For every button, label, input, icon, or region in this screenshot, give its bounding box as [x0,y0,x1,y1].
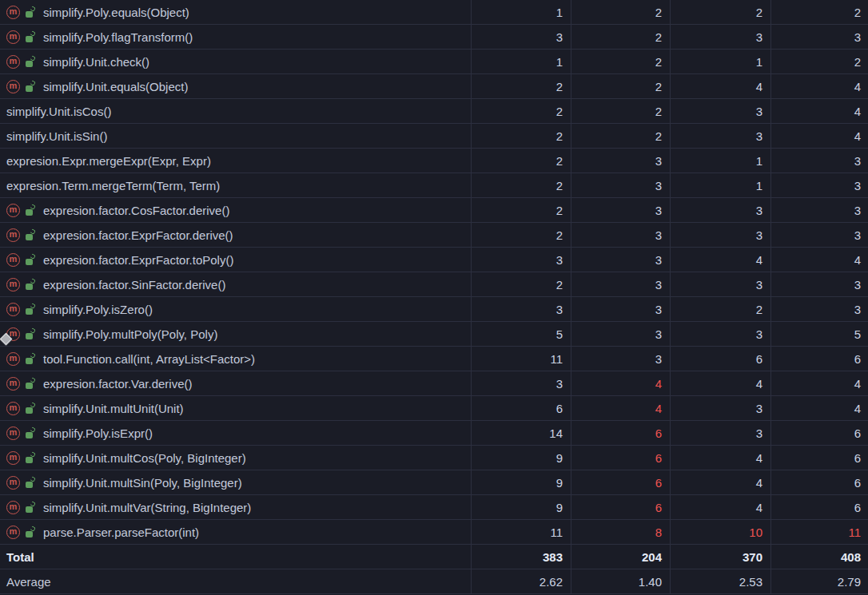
unlocked-padlock-icon [26,477,35,488]
table-row[interactable]: m simplify.Poly.isExpr() 14 6 3 6 [0,421,868,446]
table-row[interactable]: m expresion.factor.CosFactor.derive() 2 … [0,198,868,223]
method-name-cell: m simplify.Poly.isZero() [0,297,471,321]
value-cell: 2 [571,50,670,73]
value-cell: 2.53 [670,569,770,593]
method-name-cell: m expresion.factor.Var.derive() [0,371,471,395]
method-icon: m [6,80,20,93]
value-cell: 3 [770,173,868,197]
table-row[interactable]: m simplify.Poly.multPoly(Poly, Poly) 5 3… [0,322,868,347]
method-name-cell: m simplify.Unit.multVar(String, BigInteg… [0,495,471,519]
value-cell: 3 [770,297,868,321]
value-cell: 370 [670,545,770,569]
value-cell: 3 [571,248,670,272]
method-name: expresion.factor.Var.derive() [43,377,192,391]
table-row[interactable]: m simplify.Unit.multVar(String, BigInteg… [0,495,868,520]
value-cell: 3 [571,173,670,197]
row-icons: m [6,402,35,415]
value-cell: 4 [770,124,868,148]
value-cell: 383 [471,545,571,569]
average-row[interactable]: Average 2.62 1.40 2.53 2.79 [0,569,868,594]
method-name: simplify.Unit.isSin() [6,129,107,143]
value-cell: 3 [770,223,868,247]
unlocked-padlock-icon [26,229,35,240]
method-name: simplify.Unit.multUnit(Unit) [43,402,184,415]
unlocked-padlock-icon [26,452,35,463]
unlocked-padlock-icon [26,403,35,414]
value-cell: 3 [571,223,670,247]
value-cell: 3 [770,149,868,173]
value-cell: 3 [670,223,770,247]
method-name-cell: m parse.Parser.parseFactor(int) [0,520,471,544]
table-row[interactable]: m parse.Parser.parseFactor(int) 11 8 10 … [0,520,868,545]
value-cell: 6 [571,421,670,445]
value-cell: 1 [670,173,770,197]
table-row[interactable]: m simplify.Poly.equals(Object) 1 2 2 2 [0,0,868,25]
method-name: parse.Parser.parseFactor(int) [43,526,199,539]
table-row[interactable]: m simplify.Unit.check() 1 2 1 2 [0,50,868,74]
value-cell: 2 [471,74,571,98]
table-row[interactable]: m simplify.Poly.isZero() 3 3 2 3 [0,297,868,322]
table-row[interactable]: m simplify.Unit.multUnit(Unit) 6 4 3 4 [0,396,868,421]
table-row[interactable]: m tool.Function.call(int, ArrayList<Fact… [0,347,868,371]
table-row[interactable]: expresion.Term.mergeTerm(Term, Term) 2 3… [0,173,868,198]
unlocked-padlock-icon [26,31,35,42]
method-icon: m [6,526,20,539]
value-cell: 2 [571,74,670,98]
table-row[interactable]: m expresion.factor.Var.derive() 3 4 4 4 [0,371,868,396]
value-cell: 9 [471,470,571,494]
row-icons: m [6,303,35,316]
method-name: simplify.Poly.equals(Object) [43,6,189,19]
value-cell: 3 [770,25,868,49]
table-row[interactable]: m expresion.factor.SinFactor.derive() 2 … [0,272,868,297]
method-name: simplify.Poly.flagTransform() [43,30,193,44]
value-cell: 4 [770,396,868,420]
unlocked-padlock-icon [26,526,35,537]
value-cell: 3 [670,99,770,123]
value-cell: 408 [770,545,868,569]
table-row[interactable]: simplify.Unit.isCos() 2 2 3 4 [0,99,868,124]
value-cell: 4 [670,74,770,98]
value-cell: 2 [471,173,571,197]
value-cell: 2 [770,0,868,24]
method-name-cell: m expresion.factor.ExprFactor.derive() [0,223,471,247]
value-cell: 4 [670,371,770,395]
value-cell: 2 [770,50,868,73]
value-cell: 2 [571,99,670,123]
value-cell: 5 [471,322,571,346]
value-cell: 2 [670,0,770,24]
table-row[interactable]: m simplify.Poly.flagTransform() 3 2 3 3 [0,25,868,50]
value-cell: 5 [770,322,868,346]
method-name: simplify.Unit.multVar(String, BigInteger… [43,501,251,514]
value-cell: 1 [471,50,571,73]
row-icons: m [6,476,35,490]
method-name-cell: simplify.Unit.isSin() [0,124,471,148]
method-name: expresion.Term.mergeTerm(Term, Term) [6,179,220,192]
table-row[interactable]: m simplify.Unit.equals(Object) 2 2 4 4 [0,74,868,99]
value-cell: 9 [471,495,571,519]
table-row[interactable]: simplify.Unit.isSin() 2 2 3 4 [0,124,868,149]
method-name-cell: m simplify.Unit.equals(Object) [0,74,471,98]
method-icon: m [6,451,20,465]
row-icons: m [6,55,35,69]
table-row[interactable]: m expresion.factor.ExprFactor.toPoly() 3… [0,248,868,272]
total-row[interactable]: Total 383 204 370 408 [0,545,868,569]
value-cell: 4 [770,248,868,272]
value-cell: 204 [571,545,670,569]
table-row[interactable]: m simplify.Unit.multSin(Poly, BigInteger… [0,470,868,495]
row-icons: m [6,80,35,93]
value-cell: 4 [670,495,770,519]
method-name: expresion.factor.ExprFactor.toPoly() [43,253,233,267]
table-row[interactable]: expresion.Expr.mergeExpr(Expr, Expr) 2 3… [0,149,868,173]
value-cell: 2.62 [471,569,571,593]
value-cell: 2 [571,0,670,24]
table-row[interactable]: m expresion.factor.ExprFactor.derive() 2… [0,223,868,248]
value-cell: 3 [770,272,868,296]
unlocked-padlock-icon [26,204,35,216]
table-row[interactable]: m simplify.Unit.multCos(Poly, BigInteger… [0,446,868,470]
row-icons: m [6,352,35,366]
row-icons: m [6,204,35,217]
value-cell: 9 [471,446,571,470]
value-cell: 2 [471,198,571,222]
row-icons: m [6,451,35,465]
value-cell: 6 [571,446,670,470]
